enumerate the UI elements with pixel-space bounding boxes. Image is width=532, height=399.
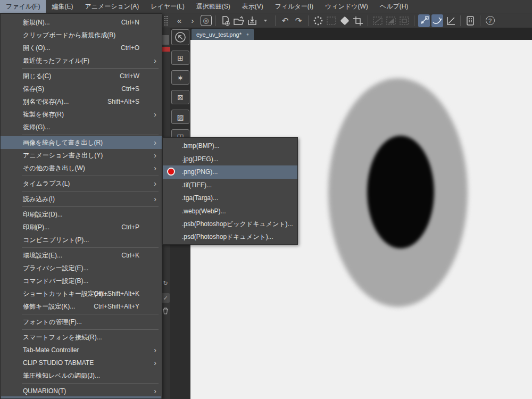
menu-item-label: 複製を保存(R): [23, 110, 64, 119]
menu-item-print-settings[interactable]: 印刷設定(D)...: [1, 208, 162, 221]
eraser-diamond-icon[interactable]: [339, 14, 351, 27]
refresh-icon[interactable]: ↻: [161, 278, 170, 288]
menu-item-print[interactable]: 印刷(P)...Ctrl+P: [1, 221, 162, 234]
menubar-item-layer[interactable]: レイヤー(L): [145, 0, 190, 13]
menu-item-import[interactable]: 読み込み(I)›: [1, 193, 162, 205]
submenu-item-label: .png(PNG)...: [182, 168, 218, 176]
snap-grid-icon[interactable]: [445, 14, 456, 27]
navigator-icon[interactable]: [171, 29, 189, 45]
expand-icon[interactable]: ›: [187, 14, 198, 27]
submenu-item-export-jpg[interactable]: .jpg(JPEG)...: [163, 153, 297, 166]
snap-special-ruler-icon[interactable]: [431, 14, 443, 27]
menu-item-shortcut: Ctrl+W: [120, 72, 139, 80]
crop-icon[interactable]: [352, 14, 364, 27]
menu-item-save-duplicate[interactable]: 複製を保存(R)›: [1, 108, 162, 121]
menu-item-save[interactable]: 保存(S)Ctrl+S: [1, 82, 162, 95]
menu-item-qumarion[interactable]: QUMARION(T)›: [1, 385, 162, 397]
menubar-item-selection[interactable]: 選択範囲(S): [190, 0, 236, 13]
menu-item-label: フォントの管理(F)...: [23, 318, 82, 327]
menu-item-label: その他の書き出し(W): [23, 164, 85, 173]
menu-separator: [22, 206, 159, 207]
menubar-item-view[interactable]: 表示(V): [236, 0, 269, 13]
tab-close-icon[interactable]: ●: [246, 32, 249, 37]
menu-item-shortcut: Ctrl+O: [121, 44, 139, 52]
toolbar-separator: [215, 15, 216, 26]
menu-item-label: コマンドバー設定(B)...: [23, 277, 88, 286]
menu-item-timelapse[interactable]: タイムラプス(L)›: [1, 177, 162, 190]
materials-folder-halftone-icon[interactable]: ▨: [171, 110, 189, 124]
confirm-check-icon[interactable]: ✓: [161, 293, 170, 303]
menu-item-command-bar-settings[interactable]: コマンドバー設定(B)...: [1, 275, 162, 287]
processing-icon[interactable]: [312, 14, 324, 27]
menu-item-convenience-print[interactable]: コンビニプリント(P)...: [1, 234, 162, 246]
menu-item-new[interactable]: 新規(N)...Ctrl+N: [1, 16, 162, 29]
submenu-item-export-bmp[interactable]: .bmp(BMP)...: [163, 139, 297, 153]
menu-item-pen-pressure-adjust[interactable]: 筆圧検知レベルの調節(J)...: [1, 369, 162, 382]
menu-item-export-flattened[interactable]: 画像を統合して書き出し(R)›: [1, 136, 162, 149]
redo-icon[interactable]: ↷: [293, 14, 304, 27]
submenu-item-label: .tga(Targa)...: [182, 194, 218, 202]
submenu-item-export-tga[interactable]: .tga(Targa)...: [163, 192, 297, 205]
new-file-icon[interactable]: [220, 14, 231, 27]
save-dropdown-chevron[interactable]: [260, 14, 271, 27]
menu-item-label: 筆圧検知レベルの調節(J)...: [23, 371, 100, 380]
menu-item-label: 環境設定(E)...: [23, 251, 62, 260]
menu-item-preferences[interactable]: 環境設定(E)...Ctrl+K: [1, 249, 162, 262]
menu-item-label: 新規(N)...: [23, 18, 50, 27]
menu-separator: [22, 329, 159, 330]
deselect-icon[interactable]: [326, 14, 337, 27]
clip-studio-logo[interactable]: ◎: [200, 14, 212, 27]
help-icon[interactable]: ?: [484, 14, 496, 27]
menu-item-privacy-settings[interactable]: プライバシー設定(E)...: [1, 262, 162, 275]
menubar-item-file[interactable]: ファイル(F): [0, 0, 46, 13]
menu-item-clip-studio-tabmate[interactable]: CLIP STUDIO TABMATE›: [1, 356, 162, 369]
menubar-item-animation[interactable]: アニメーション(A): [79, 0, 145, 13]
partial-next-item-highlight: [1, 396, 161, 398]
document-tab-title: eye_uv_test.png*: [196, 31, 242, 38]
select-clear-icon[interactable]: [372, 14, 384, 27]
undo-icon[interactable]: ↶: [279, 14, 291, 27]
submenu-item-label: .psb(Photoshopビックドキュメント)...: [182, 220, 293, 229]
menubar-item-filter[interactable]: フィルター(I): [269, 0, 319, 13]
materials-folder-x-icon[interactable]: ⊠: [171, 90, 189, 104]
menu-item-recent-files[interactable]: 最近使ったファイル(F)›: [1, 54, 162, 67]
menu-item-label: Tab-Mate Controller: [23, 346, 79, 354]
clip-studio-paint-window: ファイル(F)編集(E)アニメーション(A)レイヤー(L)選択範囲(S)表示(V…: [0, 0, 532, 399]
menubar-item-help[interactable]: ヘルプ(H): [374, 0, 414, 13]
materials-folder-grid-icon[interactable]: ⊞: [171, 51, 189, 65]
menu-separator: [22, 135, 159, 135]
open-file-icon[interactable]: [233, 14, 245, 27]
tablet-icon[interactable]: [464, 14, 476, 27]
menubar-item-edit[interactable]: 編集(E): [46, 0, 79, 13]
toolbar-separator: [368, 15, 368, 26]
select-border-icon[interactable]: [398, 14, 410, 27]
submenu-item-export-webp[interactable]: .webp(WebP)...: [163, 205, 297, 218]
submenu-item-export-png[interactable]: .png(PNG)...: [163, 165, 297, 179]
menu-item-save-as[interactable]: 別名で保存(A)...Shift+Alt+S: [1, 95, 162, 108]
menu-item-revert[interactable]: 復帰(G)...: [1, 121, 162, 134]
toolbar-separator: [414, 15, 414, 26]
trash-icon[interactable]: [161, 306, 170, 315]
submenu-item-export-psd[interactable]: .psd(Photoshopドキュメント)...: [163, 231, 297, 244]
collapse-icon[interactable]: «: [173, 14, 185, 27]
menu-item-open[interactable]: 開く(O)...Ctrl+O: [1, 41, 162, 54]
save-file-icon[interactable]: [246, 14, 258, 27]
menu-item-shortcut-settings[interactable]: ショートカットキー設定(H)...Ctrl+Shift+Alt+K: [1, 287, 162, 300]
menu-item-export-other[interactable]: その他の書き出し(W)›: [1, 162, 162, 174]
submenu-item-export-psb[interactable]: .psb(Photoshopビックドキュメント)...: [163, 218, 297, 231]
menu-item-close[interactable]: 閉じる(C)Ctrl+W: [1, 70, 162, 82]
eye-pupil-ellipse: [367, 136, 434, 248]
menu-item-label: アニメーション書き出し(Y): [23, 151, 103, 160]
menu-item-export-animation[interactable]: アニメーション書き出し(Y)›: [1, 149, 162, 162]
menu-item-modifier-key-settings[interactable]: 修飾キー設定(K)...Ctrl+Shift+Alt+Y: [1, 300, 162, 313]
document-tab[interactable]: eye_uv_test.png* ●: [192, 29, 254, 40]
submenu-item-export-tif[interactable]: .tif(TIFF)...: [163, 179, 297, 192]
menubar-item-window[interactable]: ウィンドウ(W): [319, 0, 374, 13]
menu-item-font-management[interactable]: フォントの管理(F)...: [1, 315, 162, 328]
menu-item-connect-smartphone[interactable]: スマートフォンを接続(R)...: [1, 331, 162, 344]
snap-ruler-icon[interactable]: [418, 14, 430, 27]
select-invert-icon[interactable]: [385, 14, 397, 27]
menu-item-new-from-clipboard[interactable]: クリップボードから新規作成(B): [1, 29, 162, 41]
materials-folder-pattern-icon[interactable]: ∗: [171, 70, 189, 85]
menu-item-tabmate-controller[interactable]: Tab-Mate Controller›: [1, 344, 162, 356]
